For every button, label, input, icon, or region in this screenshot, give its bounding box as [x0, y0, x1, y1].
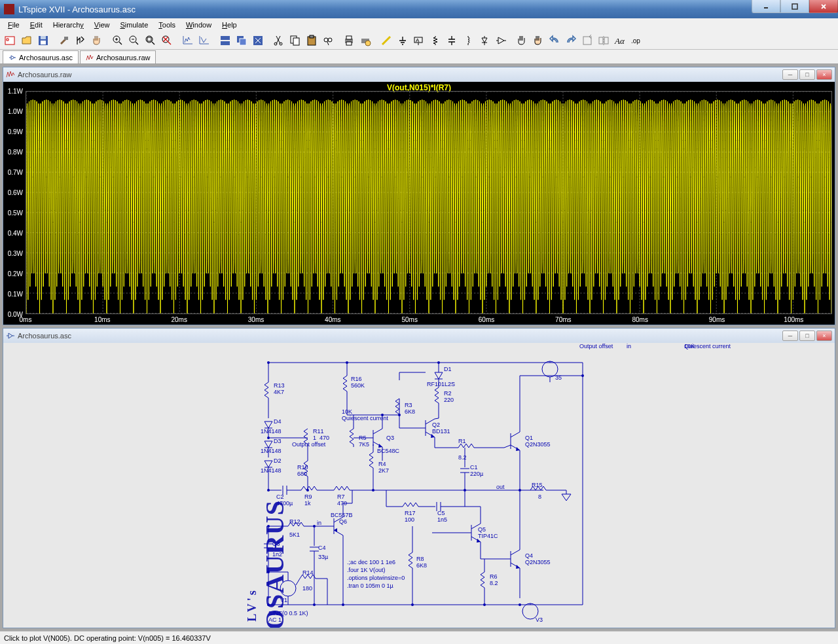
autorange-x-button[interactable]	[180, 33, 196, 48]
zoom-fit-button[interactable]	[143, 33, 158, 48]
cascade-windows-button[interactable]	[234, 33, 249, 48]
svg-rect-20	[293, 38, 299, 45]
workspace: Archosaurus.raw ─ □ × V(out,N015)*I(R7) …	[0, 64, 838, 631]
schematic-window-title: Archosaurus.asc	[18, 332, 71, 340]
svg-rect-13	[221, 41, 230, 45]
child-close-button[interactable]: ×	[816, 69, 832, 80]
print-button[interactable]	[341, 33, 357, 48]
schematic-label: .options plotwinsize=0	[347, 575, 405, 581]
svg-rect-4	[41, 41, 46, 45]
menu-file[interactable]: File	[3, 20, 25, 30]
label-net-button[interactable]: A	[411, 33, 427, 48]
schematic-label: C2	[276, 493, 284, 500]
pan-button[interactable]	[89, 33, 105, 48]
run-button[interactable]	[73, 33, 88, 48]
schematic-label: R2	[444, 390, 452, 397]
schematic-label: .four 1K V(out)	[347, 567, 386, 573]
menu-view[interactable]: View	[89, 20, 115, 30]
close-button[interactable]	[809, 0, 838, 13]
new-schematic-button[interactable]	[3, 33, 18, 48]
schematic-label: Q2	[432, 421, 440, 428]
cut-button[interactable]	[271, 33, 287, 48]
mirror-button[interactable]	[596, 33, 611, 48]
menu-window[interactable]: Window	[181, 20, 217, 30]
schematic-label: 10K	[342, 408, 352, 415]
print-setup-button[interactable]	[357, 33, 373, 48]
svg-rect-6	[64, 37, 68, 40]
text-button[interactable]: Aα	[612, 33, 628, 48]
zoom-back-button[interactable]	[159, 33, 175, 48]
svg-point-166	[519, 603, 521, 606]
schematic-label: 220	[444, 397, 454, 403]
svg-point-191	[346, 361, 348, 364]
schematic-label: Q5	[478, 526, 486, 533]
capacitor-button[interactable]	[444, 33, 460, 48]
child-maximize-button[interactable]: □	[799, 69, 815, 80]
minimize-button[interactable]	[752, 0, 780, 13]
resistor-button[interactable]	[428, 33, 443, 48]
schematic-label: .tran 0 105m 0 1µ	[347, 582, 393, 589]
tab-waveform[interactable]: Archosaurus.raw	[80, 50, 156, 63]
waveform-window: Archosaurus.raw ─ □ × V(out,N015)*I(R7) …	[3, 67, 835, 325]
waveform-icon	[86, 54, 94, 62]
child-close-button[interactable]: ×	[816, 331, 832, 341]
child-maximize-button[interactable]: □	[799, 331, 815, 341]
drag-button[interactable]	[530, 33, 546, 48]
tile-windows-button[interactable]	[217, 33, 233, 48]
svg-point-197	[411, 603, 414, 606]
schematic-label: 1N4148	[261, 467, 282, 474]
tab-schematic[interactable]: Archosaurus.asc	[3, 50, 79, 63]
svg-point-199	[313, 603, 316, 606]
schematic-label: D2	[274, 457, 282, 464]
schematic-label: BC557B	[331, 512, 353, 518]
svg-point-24	[328, 38, 332, 42]
status-bar: Click to plot V(N005). DC operating poin…	[0, 631, 838, 644]
diode-button[interactable]	[477, 33, 492, 48]
child-minimize-button[interactable]: ─	[782, 69, 798, 80]
inductor-button[interactable]	[460, 33, 476, 48]
child-minimize-button[interactable]: ─	[782, 331, 798, 341]
schematic-label: R15	[532, 482, 543, 488]
component-button[interactable]	[493, 33, 509, 48]
menu-tools[interactable]: Tools	[153, 20, 181, 30]
svg-point-195	[313, 525, 316, 528]
zoom-out-button[interactable]	[126, 33, 142, 48]
maximize-button[interactable]	[780, 0, 809, 13]
app-icon	[4, 4, 14, 14]
schematic-canvas[interactable]: LV's ARCHOSAURUS R134K7R16560KD1RF101L2S…	[3, 343, 835, 628]
schematic-label: 33µ	[318, 554, 328, 560]
menu-help[interactable]: Help	[217, 20, 242, 30]
autorange-y-button[interactable]	[196, 33, 212, 48]
open-button[interactable]	[19, 33, 35, 48]
rotate-button[interactable]	[579, 33, 595, 48]
svg-line-78	[373, 429, 382, 434]
paste-button[interactable]	[304, 33, 319, 48]
draw-wire-button[interactable]	[378, 33, 394, 48]
hammer-button[interactable]	[56, 33, 72, 48]
schematic-label: 4700µ	[276, 500, 293, 507]
zoom-in-button[interactable]	[110, 33, 126, 48]
spice-directive-button[interactable]: .op	[628, 33, 644, 48]
waveform-plot[interactable]: V(out,N015)*I(R7) 0.0W0.1W0.2W0.3W0.4W0.…	[3, 82, 835, 325]
menu-edit[interactable]: Edit	[25, 20, 48, 30]
save-button[interactable]	[35, 33, 51, 48]
move-button[interactable]	[514, 33, 530, 48]
ground-button[interactable]	[395, 33, 410, 48]
schematic-label: BC548C	[377, 448, 399, 454]
toolbar: A Aα .op	[0, 31, 838, 50]
menu-hierarchy[interactable]: Hierarchy	[48, 20, 89, 30]
schematic-label: 1n2	[272, 551, 282, 558]
schematic-label: 8.2	[490, 580, 498, 586]
copy-button[interactable]	[287, 33, 303, 48]
schematic-label: in	[627, 343, 631, 349]
schematic-label: Q1	[525, 435, 533, 441]
svg-rect-5	[41, 36, 46, 39]
waveform-window-title: Archosaurus.raw	[18, 71, 72, 79]
close-windows-button[interactable]	[250, 33, 266, 48]
undo-button[interactable]	[547, 33, 562, 48]
svg-line-108	[504, 445, 511, 448]
schematic-label: R4	[378, 461, 386, 467]
redo-button[interactable]	[563, 33, 579, 48]
find-button[interactable]	[320, 33, 336, 48]
menu-simulate[interactable]: Simulate	[115, 20, 153, 30]
